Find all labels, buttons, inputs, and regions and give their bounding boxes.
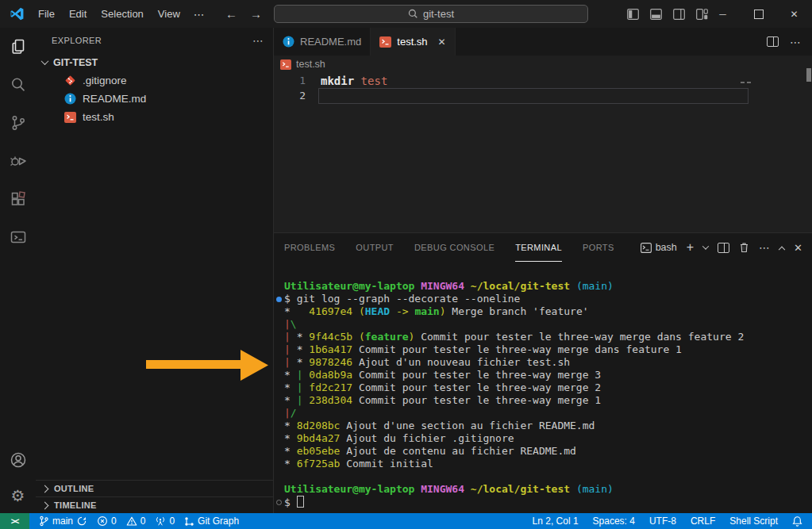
file-row-README-md[interactable]: README.md (36, 90, 273, 108)
terminal-profile[interactable]: bash (641, 242, 677, 253)
settings-gear-icon[interactable]: ⚙ (0, 477, 36, 513)
annotation-arrow (146, 347, 269, 383)
account-icon[interactable] (0, 442, 36, 477)
language-mode[interactable]: Shell Script (729, 516, 778, 527)
terminal-line: |/ (284, 407, 812, 420)
terminal-line: * 41697e4 (HEAD -> main) Merge branch 'f… (284, 305, 812, 318)
broadcast-count: 0 (169, 516, 175, 527)
panel-tab-output[interactable]: OUTPUT (356, 233, 394, 262)
bash-terminal-icon (641, 243, 652, 253)
menu-view[interactable]: View (151, 0, 187, 28)
problems-status-item[interactable]: 0 0 (97, 516, 145, 527)
toggle-primary-sidebar-icon[interactable] (627, 9, 639, 20)
title-bar: FileEditSelectionView ⋯ ← → git-test ─ ✕ (0, 0, 812, 28)
command-center-search[interactable]: git-test (274, 5, 588, 23)
scrollbar-slider[interactable] (806, 68, 811, 82)
section-timeline[interactable]: TIMELINE (36, 496, 273, 513)
panel-tab-terminal[interactable]: TERMINAL (515, 233, 562, 262)
code-line[interactable]: 1mkdir test (274, 73, 812, 88)
source-control-icon[interactable] (0, 104, 36, 142)
tab-test-sh[interactable]: test.sh✕ (371, 28, 455, 56)
tab-label: test.sh (397, 36, 427, 48)
maximize-button[interactable] (741, 0, 776, 28)
split-terminal-icon[interactable] (718, 243, 729, 253)
chevron-right-icon (41, 501, 49, 509)
ports-status-item[interactable]: 0 (155, 516, 175, 527)
terminal-line: * 8d208bc Ajout d'une section au fichier… (284, 420, 812, 432)
chevron-right-icon (41, 485, 49, 493)
panel-more-button[interactable]: ⋯ (759, 241, 770, 254)
menu-file[interactable]: File (31, 0, 62, 28)
cursor-position[interactable]: Ln 2, Col 1 (533, 516, 579, 527)
tab-close-icon[interactable]: ✕ (438, 36, 446, 48)
errors-icon (97, 516, 108, 527)
warnings-icon (126, 516, 137, 527)
notifications-bell-icon[interactable] (792, 516, 802, 527)
terminal-output[interactable]: Utilisateur@my-laptop MINGW64 ~/local/gi… (274, 262, 812, 513)
menu-selection[interactable]: Selection (94, 0, 150, 28)
terminal-line: Utilisateur@my-laptop MINGW64 ~/local/gi… (284, 280, 812, 293)
encoding[interactable]: UTF-8 (649, 516, 676, 527)
tab-label: README.md (300, 36, 361, 48)
toggle-secondary-sidebar-icon[interactable] (673, 9, 685, 20)
section-outline[interactable]: OUTLINE (36, 480, 273, 496)
toggle-panel-icon[interactable] (650, 9, 662, 20)
prompt-decoration-icon[interactable] (276, 500, 282, 505)
git-icon (64, 75, 76, 86)
file-tree: .gitignoreREADME.mdtest.sh (36, 71, 273, 126)
git-graph-status-item[interactable]: Git Graph (184, 516, 239, 527)
terminal-activity-icon[interactable] (0, 218, 36, 256)
kill-terminal-icon[interactable] (739, 242, 749, 253)
terminal-line: | * 9f44c5b (feature) Commit pour tester… (284, 331, 812, 343)
explorer-icon[interactable] (0, 28, 36, 66)
shell-icon (379, 36, 391, 48)
terminal-line: Utilisateur@my-laptop MINGW64 ~/local/gi… (284, 483, 812, 496)
extensions-icon[interactable] (0, 180, 36, 218)
terminal-line (284, 470, 812, 483)
panel-tab-problems[interactable]: PROBLEMS (284, 233, 335, 262)
editor-more-button[interactable]: ⋯ (790, 36, 801, 48)
panel-tab-debug-console[interactable]: DEBUG CONSOLE (414, 233, 495, 262)
menu-more-button[interactable]: ⋯ (187, 8, 211, 21)
terminal-line: * | 238d304 Commit pour tester le three-… (284, 394, 812, 407)
tab-readme-md[interactable]: README.md (274, 28, 371, 56)
breadcrumb[interactable]: test.sh (274, 56, 812, 73)
eol-sequence[interactable]: CRLF (691, 516, 715, 527)
folder-row-git-test[interactable]: GIT-TEST (36, 53, 273, 71)
close-window-button[interactable]: ✕ (776, 0, 812, 28)
panel-tab-ports[interactable]: PORTS (583, 233, 614, 262)
line-number: 1 (274, 75, 321, 86)
forward-icon[interactable]: → (250, 7, 262, 21)
maximize-panel-icon[interactable] (779, 247, 785, 253)
code-editor[interactable]: 1mkdir test2 (274, 73, 812, 232)
split-editor-icon[interactable] (767, 36, 779, 47)
menu-edit[interactable]: Edit (62, 0, 94, 28)
activity-bar: ⚙ (0, 28, 36, 513)
terminal-line: $ (284, 496, 812, 508)
git-branch-icon (39, 516, 49, 527)
chevron-down-icon (41, 57, 49, 65)
file-row-test-sh[interactable]: test.sh (36, 108, 273, 126)
command-decoration-icon[interactable] (276, 297, 282, 302)
back-icon[interactable]: ← (225, 7, 237, 21)
file-row--gitignore[interactable]: .gitignore (36, 71, 273, 90)
search-sidebar-icon[interactable] (0, 66, 36, 104)
bottom-panel: PROBLEMSOUTPUTDEBUG CONSOLETERMINALPORTS… (274, 232, 812, 513)
search-icon (408, 9, 418, 19)
git-graph-icon (184, 516, 194, 527)
close-panel-button[interactable]: ✕ (794, 242, 802, 254)
new-terminal-button[interactable]: + (687, 241, 694, 254)
terminal-line: * | fd2c217 Commit pour tester le three-… (284, 381, 812, 394)
run-debug-icon[interactable] (0, 142, 36, 180)
indentation[interactable]: Spaces: 4 (593, 516, 635, 527)
terminal-line: * 6f725ab Commit initial (284, 458, 812, 470)
sidebar-more-button[interactable]: ⋯ (252, 34, 264, 47)
terminal-dropdown-icon[interactable] (702, 243, 709, 249)
terminal-line: * 9bd4a27 Ajout du fichier .gitignore (284, 432, 812, 445)
menu-bar: FileEditSelectionView (31, 0, 187, 28)
editor-tab-bar: README.mdtest.sh✕ ⋯ (274, 28, 812, 56)
remote-indicator[interactable]: >< (0, 513, 29, 529)
section-label: TIMELINE (54, 500, 97, 510)
minimize-button[interactable]: ─ (705, 0, 741, 28)
branch-status-item[interactable]: main (39, 516, 87, 527)
